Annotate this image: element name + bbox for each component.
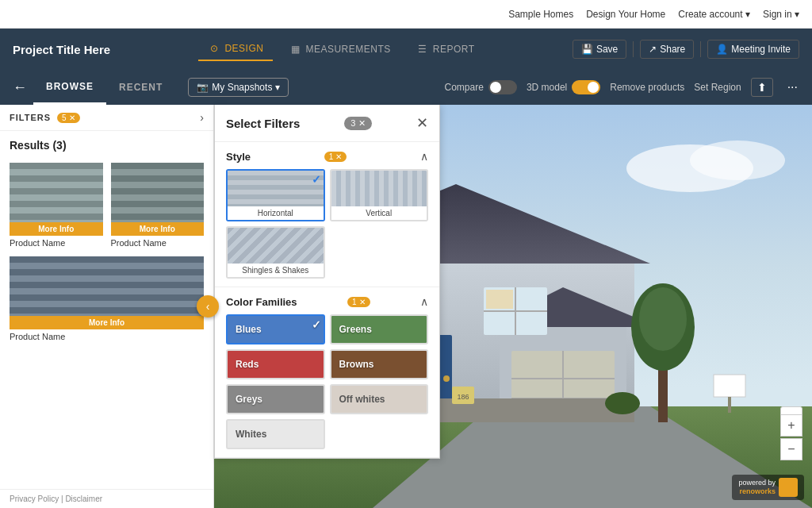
meeting-invite-button[interactable]: 👤 Meeting Invite [707,40,799,59]
svg-point-30 [605,392,640,414]
product-card[interactable]: More Info Product Name [10,256,204,344]
nav-design[interactable]: ⊙ DESIGN [198,37,273,61]
more-options-button[interactable]: ··· [783,79,802,96]
top-actions: 💾 Save ↗ Share 👤 Meeting Invite [573,40,799,59]
greys-label: Greys [236,394,262,405]
shingles-label: Shingles & Shakes [228,264,324,277]
style-filter-section: Style 1 ✕ ∧ Horizontal ✓ Vertical [215,142,439,287]
model3d-toggle-group: 3D model [527,80,600,94]
product-thumb [10,256,204,316]
product-thumb [10,163,103,222]
style-badge-x[interactable]: ✕ [335,152,342,161]
left-panel: FILTERS 5 ✕ › Results (3) More Info Prod… [0,105,214,508]
whites-label: Whites [236,429,266,440]
product-card[interactable]: More Info Product Name [111,163,205,250]
svg-point-25 [639,287,687,351]
snapshots-chevron: ▾ [275,82,280,93]
color-reds[interactable]: Reds [226,349,325,379]
filter-total-x[interactable]: ✕ [358,118,366,129]
nav-report[interactable]: ☰ REPORT [407,38,485,60]
more-info-button[interactable]: More Info [111,222,205,236]
top-nav: ⊙ DESIGN ▦ MEASUREMENTS ☰ REPORT [110,37,573,61]
brand-name: renoworks [738,487,776,496]
product-card[interactable]: More Info Product Name [10,163,103,250]
product-thumb [111,163,205,222]
sign-in-link[interactable]: Sign in ▾ [763,9,799,20]
color-section-title: Color Families [226,296,297,308]
results-header: Results (3) [0,131,213,156]
share-button[interactable]: ↗ Share [640,40,694,59]
filter-panel-header: Select Filters 3 ✕ ✕ [215,105,439,142]
recent-tab[interactable]: RECENT [106,70,175,105]
compare-label: Compare [445,82,484,93]
filter-total-badge: 3 ✕ [344,117,372,130]
set-region-link[interactable]: Set Region [694,82,741,93]
blues-checkmark-icon: ✓ [312,318,321,331]
zoom-in-button[interactable]: + [780,414,802,437]
color-whites[interactable]: Whites [226,419,325,449]
filter-panel-title: Select Filters [226,117,300,130]
style-vertical[interactable]: Vertical [330,169,429,221]
divider2 [700,41,701,57]
color-options-grid: Blues ✓ Greens Reds Browns Greys Off whi… [226,314,428,449]
horizontal-label: Horizontal [228,206,324,220]
color-off-whites[interactable]: Off whites [330,384,429,414]
product-name: Product Name [111,236,205,250]
color-badge: 1 ✕ [347,297,370,307]
model3d-toggle[interactable] [572,80,600,94]
create-account-link[interactable]: Create account ▾ [678,9,750,20]
color-section-header: Color Families 1 ✕ ∧ [226,295,428,308]
color-badge-x[interactable]: ✕ [359,298,366,306]
save-button[interactable]: 💾 Save [573,40,626,59]
filters-expand-icon[interactable]: › [200,111,204,124]
selected-checkmark-icon: ✓ [312,173,321,186]
svg-point-12 [443,375,450,382]
blues-label: Blues [236,324,262,335]
horizontal-preview [228,171,324,206]
products-grid: More Info Product Name More Info Product… [0,156,213,256]
style-horizontal[interactable]: Horizontal ✓ [226,169,325,221]
color-greys[interactable]: Greys [226,384,325,414]
product-name: Product Name [10,236,103,250]
filters-badge: 5 ✕ [57,113,80,123]
powered-by-text: powered by [738,479,776,487]
project-title: Project Title Here [13,43,110,56]
sample-homes-link[interactable]: Sample Homes [508,9,573,20]
filters-x-icon[interactable]: ✕ [69,114,75,122]
vertical-preview [331,171,427,206]
remove-products-link[interactable]: Remove products [610,82,684,93]
back-button[interactable]: ← [6,76,33,99]
style-chevron-icon[interactable]: ∧ [420,150,428,163]
compare-toggle[interactable] [488,80,517,94]
measurements-icon: ▦ [289,43,301,56]
collapse-panel-button[interactable]: ‹ [197,295,219,318]
snapshots-icon: 📷 [197,82,209,93]
color-greens[interactable]: Greens [330,314,429,344]
main-content: FILTERS 5 ✕ › Results (3) More Info Prod… [0,105,812,508]
privacy-policy-link[interactable]: Privacy Policy | Disclaimer [10,495,102,503]
vertical-label: Vertical [331,206,427,220]
zoom-controls: + − [780,414,802,460]
top-bar: Project Title Here ⊙ DESIGN ▦ MEASUREMEN… [0,29,812,70]
nav-measurements[interactable]: ▦ MEASUREMENTS [279,38,400,60]
color-chevron-icon[interactable]: ∧ [420,295,428,308]
color-blues[interactable]: Blues ✓ [226,314,325,344]
model3d-label: 3D model [527,82,567,93]
second-bar: ← BROWSE RECENT 📷 My Snapshots ▾ Compare… [0,70,812,105]
browse-tab[interactable]: BROWSE [33,70,106,105]
color-browns[interactable]: Browns [330,349,429,379]
more-info-button[interactable]: More Info [10,316,204,329]
divider [633,41,634,57]
share-icon: ↗ [649,44,657,55]
style-shingles[interactable]: Shingles & Shakes [226,226,325,279]
upload-button[interactable]: ⬆ [751,78,773,97]
filter-close-button[interactable]: ✕ [416,114,428,132]
zoom-out-button[interactable]: − [780,438,802,460]
second-bar-right: Compare 3D model Remove products Set Reg… [445,78,812,97]
snapshots-button[interactable]: 📷 My Snapshots ▾ [188,78,289,97]
off-whites-label: Off whites [339,394,385,405]
more-info-button[interactable]: More Info [10,222,103,236]
save-icon: 💾 [581,44,593,55]
product-siding-preview [111,163,205,222]
design-your-home-link[interactable]: Design Your Home [586,9,665,20]
